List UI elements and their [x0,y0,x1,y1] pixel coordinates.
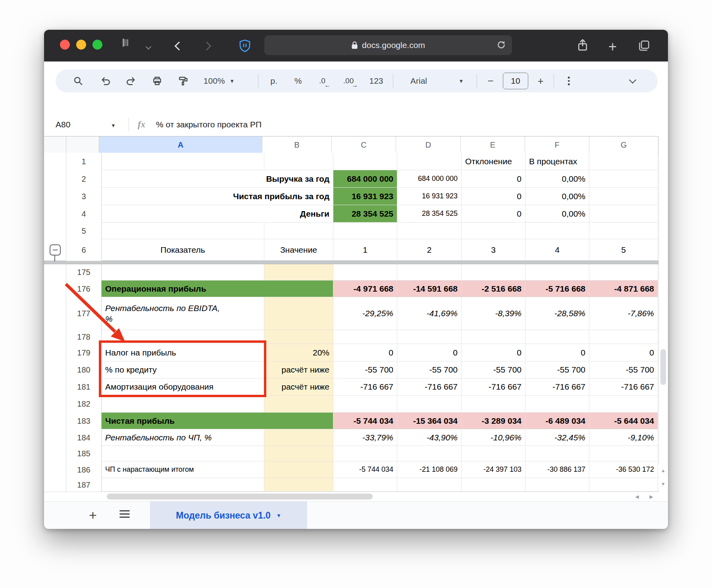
cell-G5[interactable] [589,223,658,239]
increase-font-size-button[interactable]: + [537,69,543,92]
cell-D175[interactable] [397,264,462,281]
cell-F176[interactable]: -5 716 668 [525,281,589,297]
cell-F178[interactable] [525,330,589,344]
cell-B178[interactable] [264,330,333,344]
cell-D181[interactable]: -716 667 [397,379,462,396]
cell-F182[interactable] [525,396,589,413]
cell-E2[interactable]: 0 [462,170,525,188]
cell-C185[interactable] [333,446,397,461]
cell-E1[interactable]: Отклонение [462,153,525,170]
cell-A182[interactable] [102,396,264,413]
cell-B180[interactable]: расчёт ниже [264,361,333,379]
tab-overview-icon[interactable] [638,39,650,54]
cell-D1[interactable] [397,153,462,170]
row-header-183[interactable]: 183 [66,413,102,430]
cell-C1[interactable] [333,153,397,170]
row-header-178[interactable]: 178 [66,330,102,344]
cell-B184[interactable] [264,429,333,446]
cell-G187[interactable] [589,478,658,492]
cell-B1[interactable] [264,153,333,170]
cell-D6[interactable]: 2 [397,239,462,261]
forward-icon[interactable] [204,43,210,51]
close-window-button[interactable] [60,40,70,50]
row-header-4[interactable]: 4 [66,205,102,223]
cell-F177[interactable]: -28,58% [525,297,589,330]
collapse-group-button[interactable] [50,244,61,256]
cell-A185[interactable] [102,446,264,461]
cell-G1[interactable] [589,153,658,170]
increase-decimals-button[interactable]: .00→ [343,69,354,92]
cell-G185[interactable] [589,446,658,461]
redo-icon[interactable] [126,69,136,92]
scroll-down-icon[interactable]: ▼ [658,478,668,490]
cell-G4[interactable] [589,205,658,223]
cell-A183[interactable]: Чистая прибыль [102,413,333,429]
collapse-toolbar-icon[interactable] [630,69,635,92]
cell-D186[interactable]: -21 108 069 [397,461,462,478]
cell-D3[interactable]: 16 931 923 [397,188,462,205]
cell-G184[interactable]: -9,10% [589,429,658,446]
format-currency-button[interactable]: р. [270,69,277,92]
undo-icon[interactable] [100,69,111,92]
cell-F185[interactable] [525,446,589,461]
cell-D179[interactable]: 0 [397,344,462,361]
cell-G175[interactable] [589,264,658,281]
paint-format-icon[interactable] [178,69,189,92]
cell-C2[interactable]: 684 000 000 [333,170,397,188]
row-header-181[interactable]: 181 [66,379,102,396]
cell-B6[interactable]: Значение [264,239,333,261]
cell-F4[interactable]: 0,00% [525,205,589,223]
font-select-caret-icon[interactable]: ▼ [459,69,464,92]
cell-A175[interactable] [102,264,264,281]
format-percent-button[interactable]: % [294,69,302,92]
tab-group-chevron-icon[interactable] [146,43,150,50]
decrease-font-size-button[interactable]: − [487,69,493,92]
cell-C187[interactable] [333,478,397,492]
zoom-select[interactable]: 100% ▼ [204,69,235,92]
cell-G183[interactable]: -5 644 034 [589,413,658,429]
scroll-right-icon[interactable]: ▶ [645,493,657,500]
cell-F1[interactable]: В процентах [525,153,589,170]
cell-B175[interactable] [264,264,333,281]
row-header-175[interactable]: 175 [66,264,102,281]
cell-G182[interactable] [589,396,658,413]
col-header-F[interactable]: F [525,136,589,154]
cell-E181[interactable]: -716 667 [462,379,525,396]
cell-E6[interactable]: 3 [462,239,525,261]
cell-C5[interactable] [333,223,397,239]
cell-F175[interactable] [525,264,589,281]
share-icon[interactable] [577,38,589,54]
cell-C177[interactable]: -29,25% [333,297,397,330]
row-header-3[interactable]: 3 [66,188,102,206]
cell-E180[interactable]: -55 700 [462,361,525,379]
cell-F5[interactable] [525,223,589,239]
font-select[interactable]: Arial [410,69,427,92]
cell-C175[interactable] [333,264,397,281]
cell-A4[interactable]: Деньги [102,205,333,223]
cell-A184[interactable]: Рентабельность по ЧП, % [102,429,264,446]
cell-F183[interactable]: -6 489 034 [525,413,589,429]
cell-G181[interactable]: -716 667 [589,379,658,396]
sheet-tab-menu-icon[interactable]: ▼ [276,513,281,518]
horizontal-scrollbar-thumb[interactable] [107,494,373,500]
sidebar-toggle-icon[interactable] [123,39,124,46]
minimize-window-button[interactable] [76,40,86,50]
content-blocker-shield-icon[interactable] [239,39,250,54]
decrease-decimals-button[interactable]: .0← [319,69,325,92]
formula-input[interactable]: % от закрытого проекта РП [156,120,262,129]
cell-E175[interactable] [462,264,525,281]
cell-A178[interactable] [102,330,264,344]
cell-A176[interactable]: Операционная прибыль [102,281,333,297]
cell-D177[interactable]: -41,69% [397,297,462,330]
cell-E178[interactable] [462,330,525,344]
cell-C184[interactable]: -33,79% [333,429,397,446]
cell-B186[interactable] [264,461,333,478]
cell-C6[interactable]: 1 [333,239,397,261]
vertical-scrollbar-thumb[interactable] [660,349,666,385]
cell-C4[interactable]: 28 354 525 [333,205,397,223]
cell-A181[interactable]: Амортизация оборудования [102,379,264,396]
row-header-6[interactable]: 6 [66,239,102,261]
cell-A2[interactable]: Выручка за год [102,170,333,188]
row-header-180[interactable]: 180 [66,361,102,379]
cell-A3[interactable]: Чистая прибыль за год [102,188,333,205]
